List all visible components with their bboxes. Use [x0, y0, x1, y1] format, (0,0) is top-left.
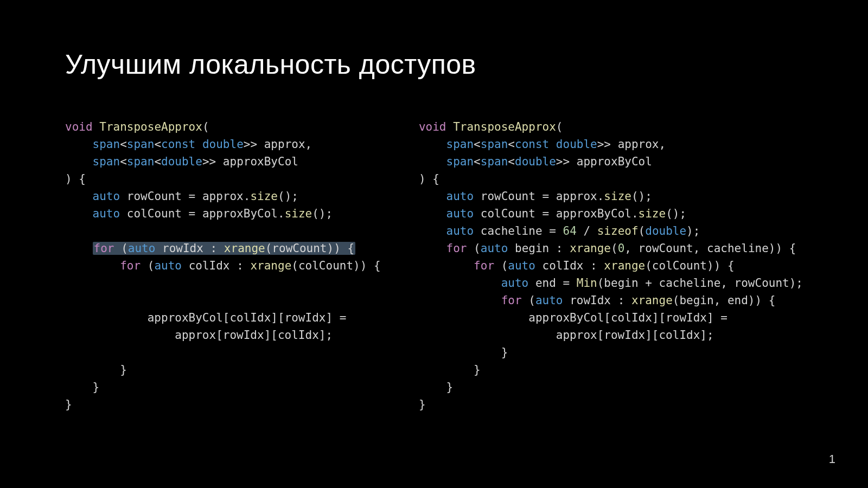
slide: Улучшим локальность доступов void Transp… — [0, 0, 868, 488]
page-number: 1 — [829, 452, 835, 466]
highlighted-line: for (auto rowIdx : xrange(rowCount)) { — [93, 242, 356, 255]
code-block-left: void TransposeApprox( span<span<const do… — [65, 118, 386, 413]
code-block-right: void TransposeApprox( span<span<const do… — [419, 118, 803, 413]
slide-title: Улучшим локальность доступов — [65, 49, 803, 80]
code-columns: void TransposeApprox( span<span<const do… — [65, 118, 803, 413]
code-right-column: void TransposeApprox( span<span<const do… — [419, 118, 803, 413]
code-left-column: void TransposeApprox( span<span<const do… — [65, 118, 386, 413]
